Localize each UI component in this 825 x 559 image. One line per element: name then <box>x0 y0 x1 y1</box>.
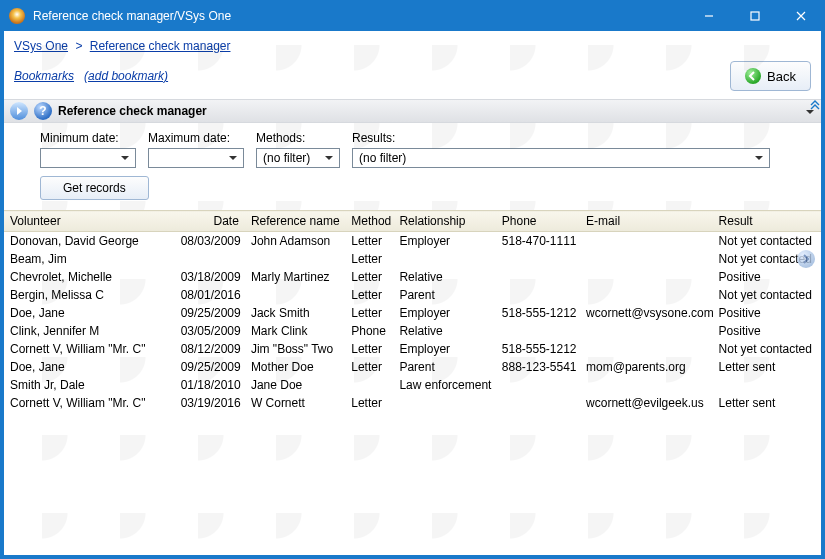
cell-reference: Marly Martinez <box>245 268 345 286</box>
cell-email: wcornett@evilgeek.us <box>580 394 712 412</box>
table-row[interactable]: Clink, Jennifer M03/05/2009Mark ClinkPho… <box>4 322 821 340</box>
table-row[interactable]: Doe, Jane09/25/2009Jack SmithLetterEmplo… <box>4 304 821 322</box>
max-date-combo[interactable] <box>148 148 244 168</box>
breadcrumb: VSys One > Reference check manager <box>4 31 821 57</box>
table-row[interactable]: Chevrolet, Michelle03/18/2009Marly Marti… <box>4 268 821 286</box>
cell-method <box>345 376 393 394</box>
col-volunteer[interactable]: Volunteer <box>4 211 175 232</box>
close-button[interactable] <box>778 1 824 31</box>
cell-volunteer: Smith Jr, Dale <box>4 376 175 394</box>
cell-result: Not yet contacted <box>713 232 821 251</box>
table-row[interactable]: Beam, JimLetterNot yet contacted <box>4 250 821 268</box>
cell-date <box>175 250 245 268</box>
cell-relationship: Relative <box>393 268 495 286</box>
col-date[interactable]: Date <box>175 211 245 232</box>
col-result[interactable]: Result <box>713 211 821 232</box>
cell-date: 08/03/2009 <box>175 232 245 251</box>
cell-result: Not yet contacted <box>713 286 821 304</box>
cell-volunteer: Bergin, Melissa C <box>4 286 175 304</box>
cell-volunteer: Clink, Jennifer M <box>4 322 175 340</box>
methods-combo[interactable]: (no filter) <box>256 148 340 168</box>
cell-reference <box>245 286 345 304</box>
cell-phone: 518-555-1212 <box>496 304 580 322</box>
table-row[interactable]: Smith Jr, Dale01/18/2010Jane DoeLaw enfo… <box>4 376 821 394</box>
cell-reference: Mother Doe <box>245 358 345 376</box>
cell-email <box>580 250 712 268</box>
col-method[interactable]: Method <box>345 211 393 232</box>
back-button-label: Back <box>767 69 796 84</box>
cell-method: Letter <box>345 286 393 304</box>
cell-relationship <box>393 250 495 268</box>
cell-date: 09/25/2009 <box>175 358 245 376</box>
cell-relationship: Relative <box>393 322 495 340</box>
cell-date: 08/12/2009 <box>175 340 245 358</box>
section-title: Reference check manager <box>58 104 207 118</box>
cell-email: wcornett@vsysone.com <box>580 304 712 322</box>
cell-reference: Jane Doe <box>245 376 345 394</box>
back-arrow-icon <box>745 68 761 84</box>
cell-phone <box>496 322 580 340</box>
table-row[interactable]: Cornett V, William "Mr. C"03/19/2016W Co… <box>4 394 821 412</box>
cell-method: Letter <box>345 358 393 376</box>
cell-relationship: Employer <box>393 340 495 358</box>
help-icon[interactable]: ? <box>34 102 52 120</box>
cell-volunteer: Doe, Jane <box>4 304 175 322</box>
table-header-row: Volunteer Date Reference name Method Rel… <box>4 211 821 232</box>
cell-result: Positive <box>713 268 821 286</box>
col-email[interactable]: E-mail <box>580 211 712 232</box>
col-reference[interactable]: Reference name <box>245 211 345 232</box>
cell-method: Letter <box>345 250 393 268</box>
cell-reference: Jim "Boss" Two <box>245 340 345 358</box>
cell-relationship: Employer <box>393 232 495 251</box>
minimize-button[interactable] <box>686 1 732 31</box>
min-date-combo[interactable] <box>40 148 136 168</box>
table-row[interactable]: Donovan, David George08/03/2009John Adam… <box>4 232 821 251</box>
cell-phone <box>496 250 580 268</box>
table-row[interactable]: Doe, Jane09/25/2009Mother DoeLetterParen… <box>4 358 821 376</box>
cell-reference: Mark Clink <box>245 322 345 340</box>
cell-method: Letter <box>345 232 393 251</box>
chevron-down-icon <box>117 150 133 166</box>
maximize-button[interactable] <box>732 1 778 31</box>
get-records-button[interactable]: Get records <box>40 176 149 200</box>
cell-result: Not yet contacted <box>713 250 821 268</box>
cell-email <box>580 340 712 358</box>
cell-volunteer: Doe, Jane <box>4 358 175 376</box>
play-icon[interactable] <box>10 102 28 120</box>
chevron-down-icon <box>225 150 241 166</box>
next-page-icon[interactable] <box>797 250 815 268</box>
col-phone[interactable]: Phone <box>496 211 580 232</box>
table-row[interactable]: Bergin, Melissa C08/01/2016LetterParentN… <box>4 286 821 304</box>
cell-phone <box>496 394 580 412</box>
cell-reference: John Adamson <box>245 232 345 251</box>
table-row[interactable]: Cornett V, William "Mr. C"08/12/2009Jim … <box>4 340 821 358</box>
cell-date: 01/18/2010 <box>175 376 245 394</box>
chevron-down-icon <box>321 150 337 166</box>
results-combo[interactable]: (no filter) <box>352 148 770 168</box>
cell-relationship: Parent <box>393 358 495 376</box>
cell-date: 09/25/2009 <box>175 304 245 322</box>
max-date-label: Maximum date: <box>148 131 244 145</box>
chevron-down-icon <box>751 150 767 166</box>
svg-rect-0 <box>751 12 759 20</box>
cell-volunteer: Cornett V, William "Mr. C" <box>4 394 175 412</box>
cell-volunteer: Donovan, David George <box>4 232 175 251</box>
add-bookmark-link[interactable]: (add bookmark) <box>84 69 168 83</box>
cell-method: Letter <box>345 340 393 358</box>
back-button[interactable]: Back <box>730 61 811 91</box>
cell-relationship: Law enforcement <box>393 376 495 394</box>
cell-email <box>580 376 712 394</box>
cell-result: Letter sent <box>713 358 821 376</box>
breadcrumb-root[interactable]: VSys One <box>14 39 68 53</box>
window-title: Reference check manager/VSys One <box>33 9 231 23</box>
breadcrumb-current[interactable]: Reference check manager <box>90 39 231 53</box>
cell-volunteer: Cornett V, William "Mr. C" <box>4 340 175 358</box>
cell-volunteer: Chevrolet, Michelle <box>4 268 175 286</box>
cell-phone <box>496 268 580 286</box>
collapse-icon[interactable] <box>807 97 823 113</box>
col-relationship[interactable]: Relationship <box>393 211 495 232</box>
cell-volunteer: Beam, Jim <box>4 250 175 268</box>
bookmarks-link[interactable]: Bookmarks <box>14 69 74 83</box>
results-grid[interactable]: Volunteer Date Reference name Method Rel… <box>4 210 821 555</box>
section-header: ? Reference check manager <box>4 99 821 123</box>
